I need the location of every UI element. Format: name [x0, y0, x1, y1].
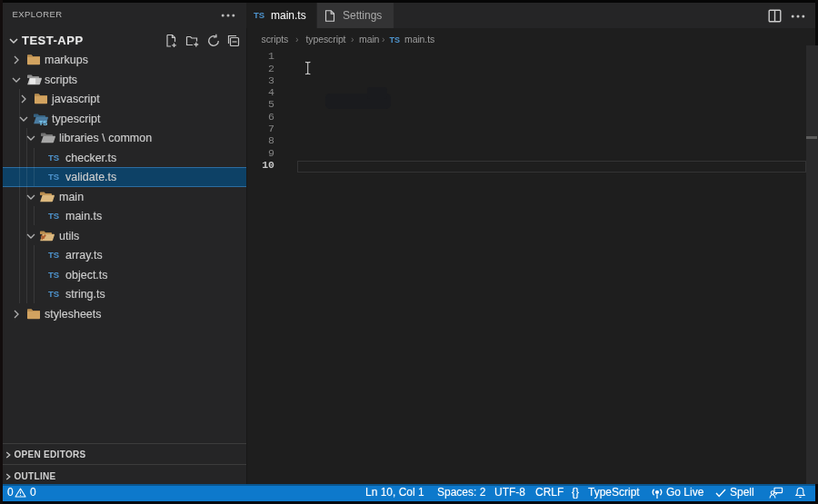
- svg-text:TS: TS: [39, 118, 48, 126]
